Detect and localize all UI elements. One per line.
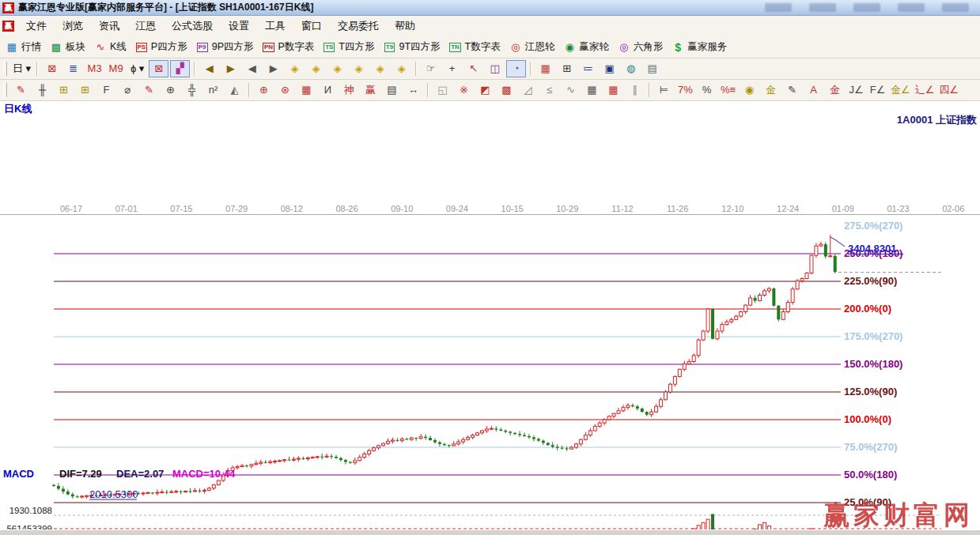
macd-indicator-name[interactable]: MACD xyxy=(3,468,34,480)
tool-button[interactable]: 金∠ xyxy=(889,81,912,99)
tool-button[interactable]: ◈ xyxy=(392,60,411,77)
tool-button[interactable]: ⊕ xyxy=(254,81,274,99)
tool-button[interactable]: ◱ xyxy=(433,81,452,99)
tool-button[interactable]: ◀ xyxy=(242,60,262,77)
tool-button[interactable]: ⊞ xyxy=(75,81,95,99)
tool-button[interactable]: 金 xyxy=(825,81,845,99)
tool-button[interactable]: 四∠ xyxy=(937,81,960,99)
menu-item-设置[interactable]: 设置 xyxy=(221,19,257,33)
tool-button[interactable]: ◭ xyxy=(225,81,244,99)
tool-button[interactable]: ⊞ xyxy=(54,81,74,99)
menu-item-浏览[interactable]: 浏览 xyxy=(55,19,91,33)
tool-button[interactable]: % xyxy=(697,81,717,99)
tool-button[interactable]: M3 xyxy=(85,60,104,77)
tool-button[interactable]: ⊞ xyxy=(557,60,577,77)
tool-button[interactable]: ◍ xyxy=(621,60,641,77)
tool-button[interactable]: ◈ xyxy=(285,60,305,77)
tool-button[interactable]: %≡ xyxy=(718,81,738,99)
tool-button[interactable]: ▦ xyxy=(582,81,602,99)
tool-button[interactable]: ▶ xyxy=(263,60,283,77)
quickbar-item[interactable]: PSP四方形 xyxy=(134,40,187,54)
menu-item-交易委托[interactable]: 交易委托 xyxy=(330,19,387,33)
tool-button[interactable]: ϕ ▾ xyxy=(127,60,147,77)
quickbar-item[interactable]: TST四方形 xyxy=(322,40,374,54)
quickbar-item[interactable]: ◎江恩轮 xyxy=(509,40,555,54)
quickbar-item[interactable]: TNT数字表 xyxy=(448,40,501,54)
quickbar-item[interactable]: $赢家服务 xyxy=(671,40,727,54)
tool-button[interactable]: M9 xyxy=(106,60,126,77)
tool-button[interactable]: ⊕ xyxy=(161,81,180,99)
menu-item-公式选股[interactable]: 公式选股 xyxy=(164,19,221,33)
tool-button[interactable]: n² xyxy=(203,81,223,99)
tool-button[interactable]: ▦ xyxy=(535,60,555,77)
quickbar-item[interactable]: ◉赢家轮 xyxy=(562,40,609,54)
tool-button[interactable]: ↖ xyxy=(464,60,483,77)
tool-button[interactable]: F xyxy=(96,81,116,99)
price-chart-canvas[interactable]: 06-1707-0107-1507-2908-1208-2609-1009-24… xyxy=(0,202,980,535)
tool-button[interactable]: 赢 xyxy=(361,81,380,99)
tool-button[interactable]: ◉ xyxy=(740,81,759,99)
tool-button[interactable]: ⊠ xyxy=(42,60,62,77)
tool-button[interactable]: ↔ xyxy=(403,81,423,99)
tool-button[interactable]: ◫ xyxy=(485,60,505,77)
tool-button[interactable]: ▣ xyxy=(600,60,619,77)
tool-button[interactable]: ✎ xyxy=(782,81,802,99)
menu-item-江恩[interactable]: 江恩 xyxy=(127,19,164,33)
quickbar-item[interactable]: ▦行情 xyxy=(5,40,41,54)
quickbar-item[interactable]: P99P四方形 xyxy=(195,40,254,54)
tool-button[interactable]: ✎ xyxy=(11,81,31,99)
tool-button[interactable]: ◈ xyxy=(349,60,369,77)
tool-button[interactable]: ╬ xyxy=(182,81,202,99)
tool-button[interactable]: ▦ xyxy=(297,81,316,99)
tool-button[interactable]: ◈ xyxy=(306,60,326,77)
tool-button[interactable]: ╫ xyxy=(32,81,52,99)
tool-button[interactable]: ※ xyxy=(454,81,474,99)
quickbar-item[interactable]: PNP数字表 xyxy=(261,40,314,54)
svg-text:10-15: 10-15 xyxy=(501,204,524,213)
tool-button[interactable]: ◈ xyxy=(327,60,347,77)
menu-item-资讯[interactable]: 资讯 xyxy=(91,19,127,33)
tool-button[interactable]: J∠ xyxy=(846,81,866,99)
tool-button[interactable]: 神 xyxy=(339,81,359,99)
menu-item-帮助[interactable]: 帮助 xyxy=(387,19,423,33)
tool-button[interactable]: ◿ xyxy=(518,81,538,99)
tool-button[interactable]: ∥ xyxy=(625,81,645,99)
quickbar-item[interactable]: ▩板块 xyxy=(49,40,85,54)
tool-button[interactable]: F∠ xyxy=(868,81,887,99)
tool-button[interactable]: ≔ xyxy=(578,60,598,77)
menu-item-文件[interactable]: 文件 xyxy=(18,19,55,33)
tool-button[interactable]: ⊛ xyxy=(275,81,295,99)
tool-button[interactable]: ▶ xyxy=(221,60,240,77)
tool-button[interactable]: ◔ xyxy=(506,60,526,77)
tool-button[interactable]: ⊠ xyxy=(149,60,168,77)
tool-button[interactable]: 金 xyxy=(761,81,781,99)
menu-item-窗口[interactable]: 窗口 xyxy=(293,19,330,33)
chart-area[interactable]: 06-1707-0107-1507-2908-1208-2609-1009-24… xyxy=(0,101,980,529)
tool-button[interactable]: 日 ▾ xyxy=(11,60,32,77)
menu-item-工具[interactable]: 工具 xyxy=(257,19,293,33)
tool-button[interactable]: И xyxy=(318,81,338,99)
tool-button[interactable]: ◈ xyxy=(370,60,390,77)
tool-button[interactable]: ◩ xyxy=(475,81,495,99)
tool-button[interactable]: A xyxy=(804,81,823,99)
quickbar-item-label: 9T四方形 xyxy=(399,40,440,54)
tool-button[interactable]: + xyxy=(442,60,462,77)
tool-button[interactable]: ≤ xyxy=(539,81,559,99)
tool-button[interactable]: ▦ xyxy=(604,81,623,99)
tool-button[interactable]: ∿ xyxy=(561,81,581,99)
tool-button[interactable]: ▤ xyxy=(382,81,402,99)
quickbar-item[interactable]: T99T四方形 xyxy=(382,40,440,54)
tool-button[interactable]: ✎ xyxy=(139,81,159,99)
tool-button[interactable]: ⊨ xyxy=(654,81,674,99)
tool-button[interactable]: ▞ xyxy=(170,60,190,77)
tool-button[interactable]: ☞ xyxy=(421,60,441,77)
tool-button[interactable]: ◀ xyxy=(199,60,219,77)
quickbar-item[interactable]: ◎六角形 xyxy=(617,40,664,54)
tool-button[interactable]: ≣ xyxy=(63,60,83,77)
tool-button[interactable]: ▩ xyxy=(497,81,516,99)
tool-button[interactable]: 辶∠ xyxy=(914,81,936,99)
tool-button[interactable]: ▤ xyxy=(642,60,662,77)
tool-button[interactable]: ⌀ xyxy=(118,81,138,99)
quickbar-item[interactable]: ∿K线 xyxy=(93,40,127,54)
tool-button[interactable]: 7% xyxy=(675,81,695,99)
